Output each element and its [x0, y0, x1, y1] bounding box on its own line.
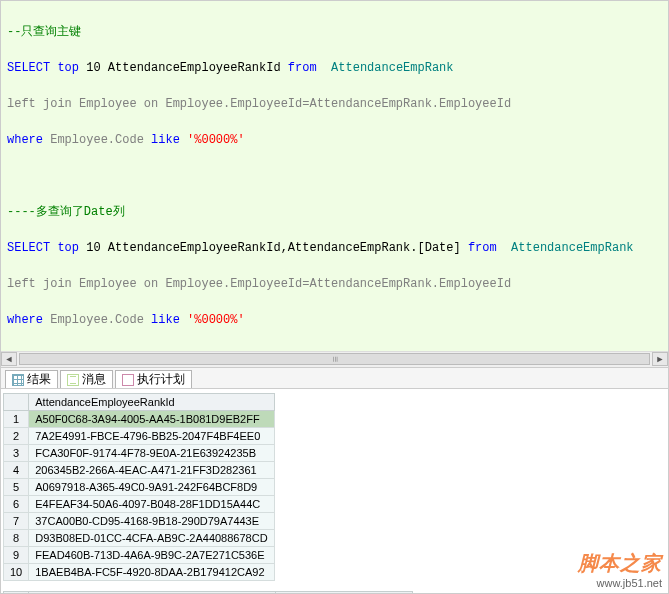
- results-tab-strip: 结果 消息 执行计划: [1, 367, 668, 389]
- table-row[interactable]: 8D93B08ED-01CC-4CFA-AB9C-2A44088678CD: [4, 530, 275, 547]
- cell[interactable]: FCA30F0F-9174-4F78-9E0A-21E63924235B: [29, 445, 274, 462]
- column-header[interactable]: AttendanceEmployeeRankId: [29, 394, 274, 411]
- cell[interactable]: D93B08ED-01CC-4CFA-AB9C-2A44088678CD: [29, 530, 274, 547]
- cell[interactable]: 37CA00B0-CD95-4168-9B18-290D79A7443E: [29, 513, 274, 530]
- sql-comment: --只查询主键: [7, 25, 81, 39]
- tab-messages[interactable]: 消息: [60, 370, 113, 388]
- row-number[interactable]: 2: [4, 428, 29, 445]
- plan-icon: [122, 374, 134, 386]
- row-number[interactable]: 10: [4, 564, 29, 581]
- cell[interactable]: A0697918-A365-49C0-9A91-242F64BCF8D9: [29, 479, 274, 496]
- row-number[interactable]: 5: [4, 479, 29, 496]
- table-row[interactable]: 1A50F0C68-3A94-4005-AA45-1B081D9EB2FF: [4, 411, 275, 428]
- tab-results[interactable]: 结果: [5, 370, 58, 388]
- table-row[interactable]: 101BAEB4BA-FC5F-4920-8DAA-2B179412CA92: [4, 564, 275, 581]
- cell[interactable]: FEAD460B-713D-4A6A-9B9C-2A7E271C536E: [29, 547, 274, 564]
- row-number[interactable]: 4: [4, 462, 29, 479]
- cell[interactable]: 206345B2-266A-4EAC-A471-21FF3D282361: [29, 462, 274, 479]
- table-header-row: AttendanceEmployeeRankId: [4, 394, 275, 411]
- scroll-thumb[interactable]: [19, 353, 650, 365]
- scroll-left-button[interactable]: ◄: [1, 352, 17, 366]
- sql-editor[interactable]: --只查询主键 SELECT top 10 AttendanceEmployee…: [1, 1, 668, 351]
- table-row[interactable]: 9FEAD460B-713D-4A6A-9B9C-2A7E271C536E: [4, 547, 275, 564]
- cell[interactable]: 1BAEB4BA-FC5F-4920-8DAA-2B179412CA92: [29, 564, 274, 581]
- cell[interactable]: E4FEAF34-50A6-4097-B048-28F1DD15A44C: [29, 496, 274, 513]
- cell[interactable]: 7A2E4991-FBCE-4796-BB25-2047F4BF4EE0: [29, 428, 274, 445]
- row-number[interactable]: 6: [4, 496, 29, 513]
- cell[interactable]: A50F0C68-3A94-4005-AA45-1B081D9EB2FF: [29, 411, 274, 428]
- table-row[interactable]: 27A2E4991-FBCE-4796-BB25-2047F4BF4EE0: [4, 428, 275, 445]
- results-grid-1[interactable]: AttendanceEmployeeRankId1A50F0C68-3A94-4…: [3, 393, 275, 581]
- table-row[interactable]: 6E4FEAF34-50A6-4097-B048-28F1DD15A44C: [4, 496, 275, 513]
- grid-icon: [12, 374, 24, 386]
- table-row[interactable]: 3FCA30F0F-9174-4F78-9E0A-21E63924235B: [4, 445, 275, 462]
- table-row[interactable]: 5A0697918-A365-49C0-9A91-242F64BCF8D9: [4, 479, 275, 496]
- message-icon: [67, 374, 79, 386]
- table-row[interactable]: 4206345B2-266A-4EAC-A471-21FF3D282361: [4, 462, 275, 479]
- results-pane: AttendanceEmployeeRankId1A50F0C68-3A94-4…: [1, 389, 668, 594]
- row-number[interactable]: 8: [4, 530, 29, 547]
- sql-comment: ----多查询了Date列: [7, 205, 125, 219]
- row-number[interactable]: 3: [4, 445, 29, 462]
- row-number[interactable]: 9: [4, 547, 29, 564]
- row-header-corner: [4, 394, 29, 411]
- row-number[interactable]: 1: [4, 411, 29, 428]
- scroll-right-button[interactable]: ►: [652, 352, 668, 366]
- tab-execution-plan[interactable]: 执行计划: [115, 370, 192, 388]
- horizontal-scrollbar[interactable]: ◄ ►: [1, 351, 668, 367]
- row-number[interactable]: 7: [4, 513, 29, 530]
- table-row[interactable]: 737CA00B0-CD95-4168-9B18-290D79A7443E: [4, 513, 275, 530]
